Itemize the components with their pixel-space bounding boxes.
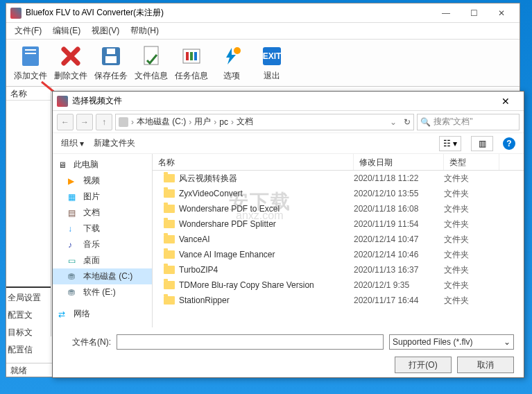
file-row[interactable]: VanceAI2020/12/14 10:47文件夹: [153, 232, 524, 247]
chevron-down-icon: ▾: [80, 139, 84, 148]
folder-icon: [164, 205, 175, 213]
file-row[interactable]: 风云视频转换器2020/11/18 11:22文件夹: [153, 171, 524, 186]
file-row[interactable]: Wondershare PDF to Excel2020/11/18 16:08…: [153, 201, 524, 216]
svg-rect-5: [107, 49, 115, 54]
video-icon: ▶: [68, 176, 79, 186]
maximize-button[interactable]: ☐: [460, 6, 488, 21]
view-mode-button[interactable]: ☷ ▾: [439, 136, 461, 151]
downloads-icon: ↓: [68, 224, 79, 234]
toolbar-add-file[interactable]: 添加文件: [10, 42, 51, 84]
col-date[interactable]: 修改日期: [354, 154, 444, 170]
search-input[interactable]: 🔍 搜索"文档": [417, 114, 520, 130]
help-button[interactable]: ?: [503, 137, 515, 150]
sidebar-this-pc[interactable]: 🖥此电脑: [53, 157, 152, 173]
menu-file[interactable]: 文件(F): [9, 24, 47, 38]
breadcrumb-dropdown-icon[interactable]: ⌄: [390, 117, 397, 127]
minimize-button[interactable]: —: [432, 6, 460, 21]
sidebar-network[interactable]: ⇄网络: [53, 306, 152, 322]
breadcrumb[interactable]: › 本地磁盘 (C:) › 用户 › pc › 文档 ⌄ ↻: [115, 114, 414, 130]
list-header-name[interactable]: 名称: [6, 87, 51, 101]
toolbar-save-task[interactable]: 保存任务: [91, 42, 131, 84]
sidebar-music[interactable]: ♪音乐: [53, 237, 152, 252]
dialog-nav: ← → ↑ › 本地磁盘 (C:) › 用户 › pc › 文档 ⌄ ↻ 🔍 搜…: [53, 111, 524, 133]
folder-icon: [164, 281, 175, 289]
folder-icon: [164, 235, 175, 243]
add-file-icon: [18, 44, 43, 69]
file-info-icon: [139, 44, 164, 69]
toolbar: 添加文件 删除文件 保存任务 文件信息 任务信息 选项 EXIT 退出: [6, 40, 520, 87]
tab-global[interactable]: 全局设置: [6, 289, 51, 307]
nav-back-button[interactable]: ←: [57, 114, 74, 130]
exit-icon: EXIT: [259, 44, 284, 69]
sidebar-videos[interactable]: ▶视频: [53, 173, 152, 189]
task-info-icon: [179, 44, 204, 69]
side-panel: 名称 全局设置 配置文 目标文 配置信: [6, 87, 51, 336]
organize-button[interactable]: 组织 ▾: [61, 137, 84, 149]
dialog-toolbar: 组织 ▾ 新建文件夹 ☷ ▾ ▥ ?: [53, 133, 524, 154]
drive-c-icon: ⛃: [68, 272, 79, 282]
file-filter-select[interactable]: Supported Files (*.flv)⌄: [389, 334, 514, 350]
new-folder-button[interactable]: 新建文件夹: [94, 137, 135, 149]
cancel-button[interactable]: 取消: [457, 357, 514, 373]
file-row[interactable]: Wondershare PDF Splitter2020/11/19 11:54…: [153, 216, 524, 232]
file-list-header: 名称 修改日期 类型: [153, 154, 524, 171]
sidebar-downloads[interactable]: ↓下载: [53, 221, 152, 237]
toolbar-delete-file[interactable]: 删除文件: [51, 42, 91, 84]
bc-pc[interactable]: pc: [219, 117, 228, 127]
open-button[interactable]: 打开(O): [395, 357, 452, 373]
bc-docs[interactable]: 文档: [237, 116, 253, 128]
dialog-body: 🖥此电脑 ▶视频 ▦图片 ▤文档 ↓下载 ♪音乐 ▭桌面 ⛃本地磁盘 (C:) …: [53, 154, 524, 327]
bc-drive[interactable]: 本地磁盘 (C:): [137, 116, 186, 128]
menubar: 文件(F) 编辑(E) 视图(V) 帮助(H): [6, 23, 520, 40]
bc-users[interactable]: 用户: [194, 116, 211, 128]
toolbar-exit[interactable]: EXIT 退出: [252, 42, 292, 84]
pictures-icon: ▦: [68, 192, 79, 202]
menu-help[interactable]: 帮助(H): [125, 24, 164, 38]
dialog-close-button[interactable]: ✕: [492, 93, 520, 110]
file-row[interactable]: ZyxVideoConvert2020/12/10 13:55文件夹: [153, 186, 524, 201]
titlebar: Bluefox FLV to AVI Converter(未注册) — ☐ ✕: [6, 3, 520, 23]
nav-up-button[interactable]: ↑: [96, 114, 112, 130]
filename-input[interactable]: [117, 334, 384, 350]
documents-icon: ▤: [68, 208, 79, 218]
col-type[interactable]: 类型: [444, 154, 499, 170]
toolbar-file-info[interactable]: 文件信息: [131, 42, 171, 84]
refresh-icon[interactable]: ↻: [404, 117, 411, 127]
drive-icon: [119, 117, 128, 127]
drive-e-icon: ⛃: [68, 288, 79, 298]
sidebar-desktop[interactable]: ▭桌面: [53, 252, 152, 268]
nav-forward-button[interactable]: →: [76, 114, 93, 130]
folder-icon: [164, 174, 175, 182]
desktop-icon: ▭: [68, 256, 79, 266]
preview-pane-button[interactable]: ▥: [471, 136, 493, 151]
app-icon: [10, 8, 22, 19]
toolbar-task-info[interactable]: 任务信息: [171, 42, 212, 84]
folder-icon: [164, 189, 175, 198]
bc-sep: ›: [131, 117, 134, 127]
file-row[interactable]: StationRipper2020/11/17 16:44文件夹: [153, 293, 524, 308]
file-row[interactable]: Vance AI Image Enhancer2020/12/14 10:46文…: [153, 247, 524, 262]
close-button[interactable]: ✕: [488, 6, 515, 21]
svg-text:EXIT: EXIT: [263, 51, 282, 61]
search-placeholder: 搜索"文档": [434, 116, 473, 128]
sidebar-pictures[interactable]: ▦图片: [53, 189, 152, 205]
menu-edit[interactable]: 编辑(E): [47, 24, 86, 38]
pc-icon: 🖥: [58, 160, 69, 170]
toolbar-options[interactable]: 选项: [212, 42, 252, 84]
network-icon: ⇄: [58, 309, 69, 319]
folder-icon: [164, 250, 175, 259]
col-name[interactable]: 名称: [153, 154, 354, 170]
dialog-sidebar: 🖥此电脑 ▶视频 ▦图片 ▤文档 ↓下载 ♪音乐 ▭桌面 ⛃本地磁盘 (C:) …: [53, 154, 153, 327]
menu-view[interactable]: 视图(V): [86, 24, 125, 38]
options-icon: [219, 44, 244, 69]
sidebar-documents[interactable]: ▤文档: [53, 205, 152, 221]
sidebar-software-e[interactable]: ⛃软件 (E:): [53, 284, 152, 300]
tab-target[interactable]: 目标文: [6, 324, 51, 341]
tab-config-a[interactable]: 配置文: [6, 307, 51, 324]
tab-config-b[interactable]: 配置信: [6, 341, 51, 359]
sidebar-local-c[interactable]: ⛃本地磁盘 (C:): [53, 268, 152, 284]
file-row[interactable]: TDMore Blu-ray Copy Share Version2020/12…: [153, 277, 524, 293]
folder-icon: [164, 220, 175, 228]
dialog-icon: [57, 96, 68, 107]
file-row[interactable]: TurboZIP42020/11/13 16:37文件夹: [153, 262, 524, 277]
